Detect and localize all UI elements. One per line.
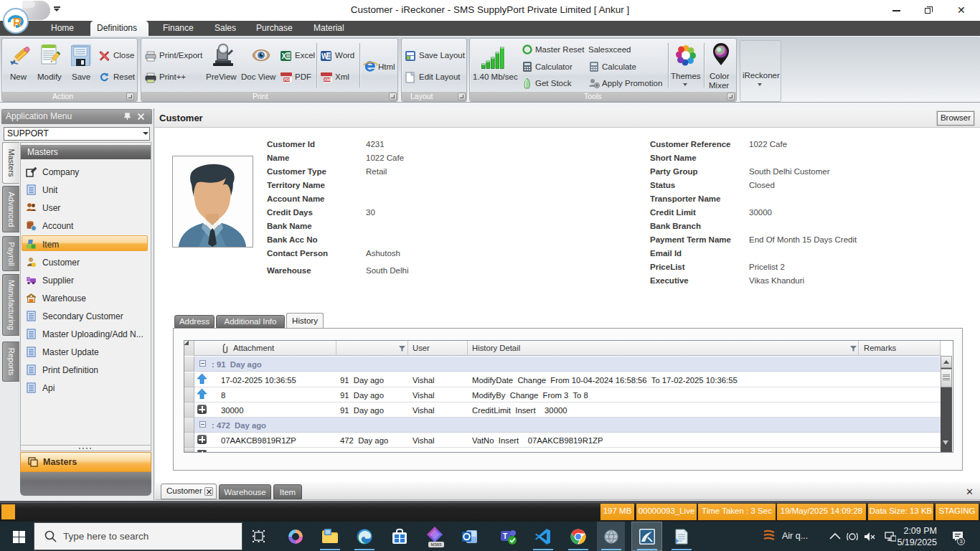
svg-text:PDF: PDF <box>284 77 292 82</box>
svg-text:X: X <box>282 52 287 60</box>
svg-text:R: R <box>13 16 22 29</box>
svg-text:W: W <box>321 52 329 60</box>
svg-text:T: T <box>503 532 507 540</box>
svg-text:XML: XML <box>324 77 333 82</box>
